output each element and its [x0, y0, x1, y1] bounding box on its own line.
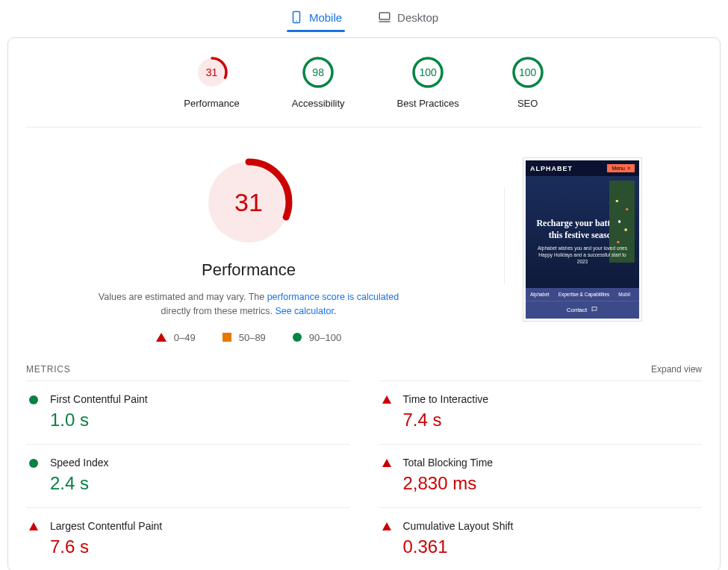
gauge-ring: 98 [302, 56, 335, 89]
gauge-ring: 100 [411, 56, 444, 89]
expand-view-toggle[interactable]: Expand view [651, 364, 702, 375]
metrics-title: METRICS [26, 364, 71, 375]
metric-value: 1.0 s [50, 410, 148, 430]
report-card: 31Performance98Accessibility100Best Prac… [7, 37, 721, 570]
gauge-performance[interactable]: 31Performance [184, 56, 239, 109]
mobile-icon [290, 10, 303, 24]
device-tabs: Mobile Desktop [0, 0, 728, 31]
svg-point-1 [296, 21, 297, 22]
page-preview: ALPHABET Menu≡ Recharge your batteries t… [523, 157, 642, 322]
hero-divider [504, 187, 505, 284]
gauge-score: 31 [196, 56, 228, 89]
metric-row[interactable]: Cumulative Layout Shift0.361 [379, 507, 703, 571]
legend-average: 50–89 [223, 332, 266, 343]
triangle-red-icon [156, 333, 167, 342]
gauge-ring: 31 [196, 56, 228, 89]
tab-mobile-label: Mobile [309, 11, 342, 24]
metric-value: 7.6 s [50, 536, 162, 557]
tab-mobile[interactable]: Mobile [287, 4, 345, 31]
metric-name: Cumulative Layout Shift [403, 520, 514, 532]
score-legend: 0–49 50–89 90–100 [156, 332, 341, 343]
hamburger-icon: ≡ [627, 166, 630, 171]
performance-title: Performance [202, 260, 296, 280]
calc-link-2[interactable]: See calculator [275, 306, 334, 316]
gauge-label: Accessibility [292, 98, 345, 109]
triangle-red-icon [382, 395, 391, 404]
hero-left: 31 Performance Values are estimated and … [26, 157, 486, 343]
metric-row[interactable]: Time to Interactive7.4 s [379, 380, 703, 444]
category-gauges: 31Performance98Accessibility100Best Prac… [26, 53, 702, 128]
preview-subtext: Alphabet wishes you and your loved ones … [533, 245, 632, 265]
metric-name: Largest Contentful Paint [50, 520, 162, 532]
calc-link-1[interactable]: performance score is calculated [267, 292, 399, 302]
svg-rect-2 [379, 13, 390, 19]
metric-row[interactable]: Speed Index2.4 s [26, 444, 349, 507]
metric-value: 2.4 s [50, 473, 109, 494]
desktop-icon [378, 10, 391, 24]
preview-nav: Alphabet Expertise & Capabilities Mobil [526, 288, 639, 301]
metric-value: 7.4 s [403, 410, 489, 430]
legend-pass: 90–100 [293, 332, 341, 343]
performance-big-score: 31 [204, 157, 293, 247]
gauge-ring: 100 [511, 56, 544, 89]
circle-green-icon [293, 333, 302, 342]
gauge-label: Best Practices [397, 98, 459, 109]
metric-name: Total Blocking Time [403, 457, 494, 469]
gauge-best-practices[interactable]: 100Best Practices [397, 56, 459, 109]
performance-big-gauge: 31 [204, 157, 293, 247]
metric-row[interactable]: Total Blocking Time2,830 ms [379, 444, 703, 507]
hero-right: ALPHABET Menu≡ Recharge your batteries t… [523, 157, 702, 343]
triangle-red-icon [382, 459, 391, 467]
gauge-score: 98 [302, 56, 335, 89]
metric-name: First Contentful Paint [50, 393, 148, 405]
square-orange-icon [223, 333, 231, 342]
preview-brand: ALPHABET [530, 165, 573, 172]
performance-disclaimer: Values are estimated and may vary. The p… [92, 290, 405, 319]
gauge-score: 100 [411, 56, 444, 89]
gauge-label: SEO [517, 98, 538, 109]
preview-menu-button: Menu≡ [607, 164, 635, 172]
tab-desktop-label: Desktop [397, 11, 438, 24]
triangle-red-icon [382, 522, 391, 530]
metric-row[interactable]: Largest Contentful Paint7.6 s [26, 507, 349, 571]
circle-green-icon [29, 459, 38, 468]
metric-value: 2,830 ms [403, 473, 494, 494]
metric-row[interactable]: First Contentful Paint1.0 s [26, 380, 349, 444]
gauge-seo[interactable]: 100SEO [511, 56, 544, 109]
preview-contact: Contact [526, 301, 639, 319]
triangle-red-icon [29, 522, 38, 530]
gauge-accessibility[interactable]: 98Accessibility [292, 56, 345, 109]
gauge-score: 100 [511, 56, 544, 89]
metrics-header: METRICS Expand view [26, 364, 702, 380]
metrics-grid: First Contentful Paint1.0 sSpeed Index2.… [26, 380, 702, 571]
circle-green-icon [29, 395, 38, 404]
metric-name: Time to Interactive [403, 393, 489, 405]
performance-hero: 31 Performance Values are estimated and … [26, 128, 702, 364]
metric-name: Speed Index [50, 457, 109, 469]
tab-desktop[interactable]: Desktop [375, 4, 441, 31]
gauge-label: Performance [184, 98, 239, 109]
chat-icon [591, 306, 598, 314]
metric-value: 0.361 [403, 536, 514, 557]
legend-fail: 0–49 [156, 332, 196, 343]
